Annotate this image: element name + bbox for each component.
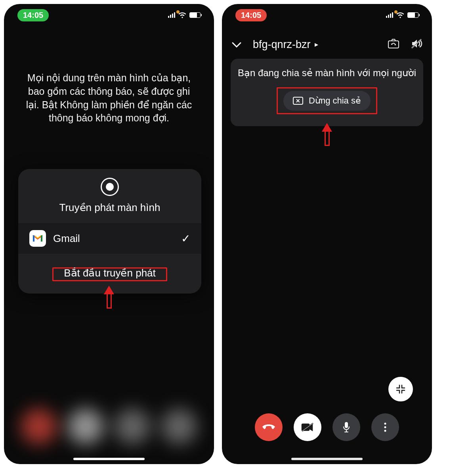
svg-rect-2 — [388, 41, 399, 48]
screenshot-left: 14:05 Mọi nội dung trên màn hình của bạn… — [4, 4, 214, 464]
microphone-button[interactable] — [332, 413, 360, 441]
home-indicator[interactable] — [291, 458, 363, 460]
minimize-fab-button[interactable] — [388, 377, 413, 401]
gmail-app-icon — [29, 230, 46, 247]
svg-point-11 — [384, 430, 386, 432]
sheet-title: Truyền phát màn hình — [59, 202, 160, 214]
switch-camera-button[interactable] — [388, 38, 399, 50]
meeting-code-text: bfg-qnrz-bzr — [253, 38, 311, 51]
svg-point-9 — [384, 423, 386, 425]
annotation-highlight-box: Bắt đầu truyền phát — [52, 267, 167, 281]
camera-off-button[interactable] — [294, 413, 321, 441]
meeting-code-button[interactable]: bfg-qnrz-bzr ▸ — [253, 38, 376, 51]
screen-sharing-banner: Bạn đang chia sẻ màn hình với mọi người … — [231, 59, 423, 126]
blurred-background-controls — [4, 365, 214, 444]
stop-sharing-label: Dừng chia sẻ — [309, 96, 361, 106]
svg-rect-8 — [345, 422, 348, 428]
caret-right-icon: ▸ — [315, 40, 318, 49]
battery-icon — [189, 12, 201, 18]
status-bar: 14:05 — [222, 4, 432, 26]
annotation-arrow — [322, 120, 332, 147]
status-icons — [168, 12, 201, 18]
cellular-icon — [168, 12, 175, 18]
stop-presenting-icon: ✕ — [293, 97, 303, 105]
annotation-highlight-box: ✕ Dừng chia sẻ — [277, 87, 377, 114]
sheet-header: Truyền phát màn hình — [18, 169, 201, 223]
recording-warning-text: Mọi nội dung trên màn hình của bạn, bao … — [4, 71, 214, 125]
more-options-button[interactable] — [371, 413, 399, 441]
meeting-top-bar: bfg-qnrz-bzr ▸ — [222, 38, 432, 51]
broadcast-target-row[interactable]: Gmail ✓ — [18, 223, 201, 254]
sharing-message: Bạn đang chia sẻ màn hình với mọi người — [236, 67, 418, 79]
battery-icon — [407, 12, 418, 18]
record-icon — [101, 178, 119, 196]
status-icons — [386, 12, 418, 18]
home-indicator[interactable] — [73, 458, 145, 460]
wifi-icon — [396, 12, 404, 18]
collapse-button[interactable] — [231, 38, 242, 51]
checkmark-icon: ✓ — [181, 232, 190, 245]
status-time-pill[interactable]: 14:05 — [235, 9, 267, 21]
stop-sharing-button[interactable]: ✕ Dừng chia sẻ — [283, 91, 371, 111]
cellular-icon — [386, 12, 393, 18]
broadcast-target-label: Gmail — [53, 232, 174, 245]
end-call-button[interactable] — [255, 413, 283, 441]
speaker-muted-button[interactable] — [411, 38, 422, 51]
call-controls — [222, 413, 432, 441]
broadcast-sheet: Truyền phát màn hình Gmail ✓ Bắt đầu tru… — [18, 169, 201, 294]
wifi-icon — [178, 12, 186, 18]
svg-point-10 — [384, 426, 386, 428]
status-time-pill[interactable]: 14:05 — [17, 9, 49, 21]
screenshot-right: 14:05 bfg-qnrz-bzr ▸ Bạn đang chia sẻ mà… — [222, 4, 432, 464]
annotation-arrow — [104, 282, 114, 309]
status-bar: 14:05 — [4, 4, 214, 26]
start-broadcast-button[interactable]: Bắt đầu truyền phát — [59, 263, 160, 283]
